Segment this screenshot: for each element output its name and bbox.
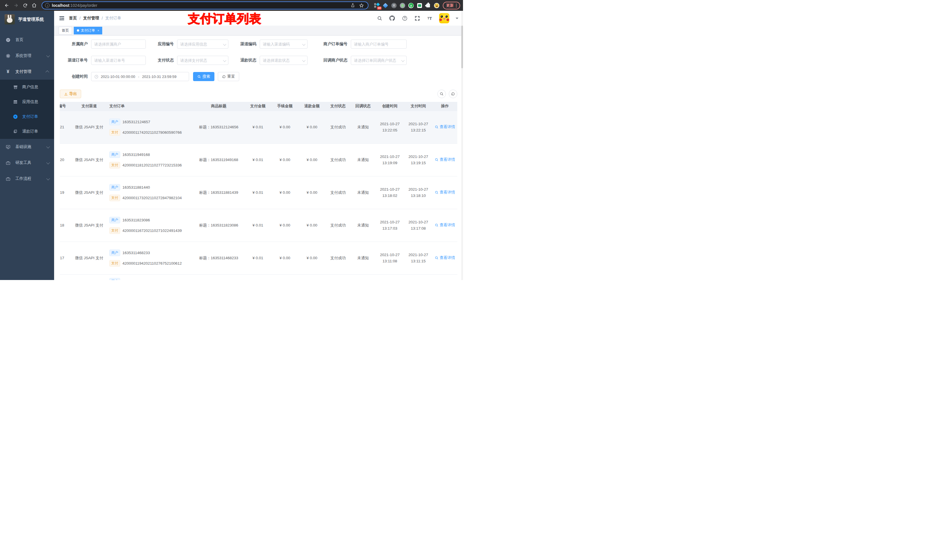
profile-avatar-icon[interactable]: [434, 3, 439, 8]
bookmark-star-icon[interactable]: [359, 3, 364, 8]
help-icon[interactable]: [401, 15, 408, 21]
merchant-tag: 商户: [109, 151, 120, 158]
table-row[interactable]: 18 微信 JSAPI 支付 商户1635311823086 支付4200001…: [60, 209, 457, 242]
user-avatar[interactable]: [439, 13, 449, 23]
channel-code-select[interactable]: [260, 39, 307, 49]
range-start[interactable]: 2021-10-01 00:00:00: [101, 74, 135, 79]
browser-back-button[interactable]: [3, 2, 11, 9]
browser-toolbar: i localhost:1024/pay/order 10 ⌘ y: [0, 0, 463, 11]
view-detail-link[interactable]: 查看详情: [435, 222, 455, 228]
table-row[interactable]: 19 微信 JSAPI 支付 商户1635311881440 支付4200001…: [60, 176, 457, 209]
refund-status-label: 退款状态: [240, 58, 260, 63]
app-logo[interactable]: 芋道管理系统: [0, 11, 54, 28]
export-button[interactable]: 导出: [60, 90, 81, 98]
app-select[interactable]: [177, 39, 228, 49]
tags-view-bar: 首页 支付订单 ×: [54, 26, 463, 36]
scrollbar-thumb[interactable]: [461, 26, 463, 68]
refresh-button[interactable]: [449, 90, 457, 98]
fullscreen-icon[interactable]: [414, 15, 420, 21]
range-end[interactable]: 2021-10-31 23:59:59: [142, 74, 177, 79]
browser-menu-icon[interactable]: [456, 4, 457, 8]
sidebar-item-pay[interactable]: ¥ 支付管理: [0, 64, 54, 80]
sidebar-item-devtool[interactable]: 研发工具: [0, 155, 54, 171]
channel-code-input[interactable]: [260, 39, 307, 49]
browser-update-button[interactable]: 更新: [443, 2, 460, 9]
table-row[interactable]: 20 微信 JSAPI 支付 商户1635311949168 支付4200001…: [60, 143, 457, 176]
channel-code-label: 渠道编码: [240, 42, 260, 47]
merchant-order-no-field[interactable]: [351, 39, 407, 49]
pay-status-select[interactable]: [177, 56, 228, 65]
tab-home[interactable]: 首页: [59, 27, 72, 35]
browser-reload-button[interactable]: [21, 2, 29, 9]
table-row[interactable]: 21 微信 JSAPI 支付 商户1635312124657 支付4200001…: [60, 111, 457, 143]
user-menu-caret-icon[interactable]: [455, 18, 458, 21]
font-size-icon[interactable]: TT: [427, 15, 433, 21]
col-actions: 操作: [433, 102, 457, 111]
table-row[interactable]: 17 微信 JSAPI 支付 商户1635311468233 支付4200001…: [60, 242, 457, 274]
yen-icon: ¥: [5, 69, 11, 74]
github-icon[interactable]: [389, 15, 395, 21]
breadcrumb-pay[interactable]: 支付管理: [83, 16, 99, 21]
extension-command-icon[interactable]: ⌘: [391, 3, 396, 8]
merchant-tag: 商户: [109, 278, 120, 280]
tab-active-dot: [77, 29, 79, 32]
refund-status-input[interactable]: [260, 56, 307, 65]
merchant-input[interactable]: [91, 39, 146, 49]
notify-status-label: 回调商户状态: [319, 58, 351, 63]
pay-tag: 支付: [109, 227, 120, 234]
extension-grid-icon[interactable]: 10: [374, 3, 380, 8]
filter-row-3: 创建时间 2021-10-01 00:00:00 - 2021-10-31 23…: [60, 72, 457, 81]
search-button[interactable]: 搜索: [193, 72, 215, 81]
breadcrumb-home[interactable]: 首页: [69, 16, 77, 21]
view-detail-link[interactable]: 查看详情: [435, 124, 455, 130]
refund-status-select[interactable]: [260, 56, 307, 65]
sidebar-item-refund-order[interactable]: 退款订单: [0, 124, 54, 139]
search-icon[interactable]: [377, 15, 383, 21]
browser-home-button[interactable]: [30, 2, 38, 9]
chevron-up-icon: [45, 70, 49, 74]
site-info-icon[interactable]: i: [45, 3, 50, 8]
sidebar-item-app-info[interactable]: 应用信息: [0, 95, 54, 109]
extension-record-icon[interactable]: [400, 3, 405, 8]
extension-gem-icon[interactable]: [383, 3, 388, 8]
sidebar-item-infra[interactable]: 基础设施: [0, 139, 54, 155]
col-refund: 退款金额: [298, 102, 325, 111]
extensions-puzzle-icon[interactable]: [425, 3, 431, 8]
sidebar-item-system[interactable]: 系统管理: [0, 48, 54, 64]
sidebar-toggle-icon[interactable]: [59, 15, 65, 21]
share-icon[interactable]: [351, 3, 355, 8]
documents-icon: [12, 128, 18, 134]
extension-chat-icon[interactable]: [417, 3, 422, 8]
col-paid: 支付时间: [404, 102, 433, 111]
table-row-partial[interactable]: 商户1635311351726: [60, 274, 457, 280]
pay-status-input[interactable]: [177, 56, 228, 65]
create-time-range-picker[interactable]: 2021-10-01 00:00:00 - 2021-10-31 23:59:5…: [91, 72, 189, 81]
merchant-select[interactable]: [91, 39, 146, 49]
view-detail-link[interactable]: 查看详情: [435, 157, 455, 162]
app-input[interactable]: [177, 39, 228, 49]
extension-y-icon[interactable]: y: [409, 3, 414, 8]
sidebar-item-workflow[interactable]: 工作流程: [0, 171, 54, 187]
tab-pay-order[interactable]: 支付订单 ×: [74, 27, 102, 35]
pay-tag: 支付: [109, 129, 120, 136]
notify-status-select[interactable]: [351, 56, 407, 65]
view-detail-link[interactable]: 查看详情: [435, 255, 455, 260]
chevron-down-icon: [47, 160, 50, 164]
channel-order-no-field[interactable]: [91, 56, 146, 65]
page-scrollbar[interactable]: [461, 11, 463, 280]
filter-row-2: 渠道订单号 支付状态 退款状态 回调商户状态: [60, 56, 457, 65]
annotation-title: 支付订单列表: [188, 11, 262, 27]
address-bar[interactable]: i localhost:1024/pay/order: [42, 2, 368, 9]
sidebar-item-merchant-info[interactable]: 商户信息: [0, 80, 54, 95]
browser-forward-button[interactable]: [12, 2, 20, 9]
sidebar-item-pay-order[interactable]: ¥ 支付订单: [0, 109, 54, 124]
sidebar-item-home[interactable]: 首页: [0, 32, 54, 48]
merchant-order-no-input[interactable]: [351, 39, 407, 49]
view-detail-link[interactable]: 查看详情: [435, 190, 455, 195]
reset-button[interactable]: 重置: [218, 72, 239, 81]
url-text[interactable]: localhost:1024/pay/order: [52, 3, 348, 8]
toggle-search-button[interactable]: [437, 90, 446, 98]
notify-status-input[interactable]: [351, 56, 407, 65]
tab-close-icon[interactable]: ×: [97, 29, 99, 32]
channel-order-no-input[interactable]: [91, 56, 146, 65]
